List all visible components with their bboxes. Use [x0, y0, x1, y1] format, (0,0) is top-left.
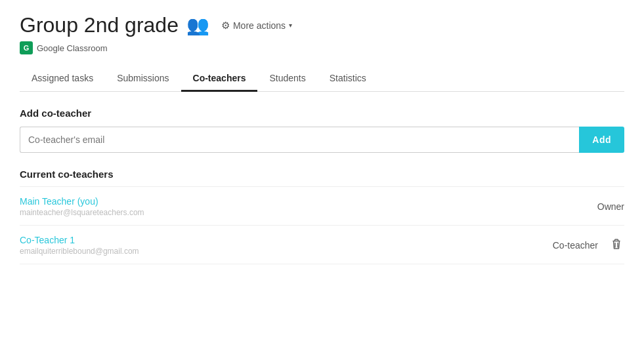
chevron-down-icon: ▾	[289, 22, 292, 29]
more-actions-label: More actions	[233, 20, 286, 31]
tab-co-teachers[interactable]: Co-teachers	[181, 66, 258, 92]
tabs-container: Assigned tasks Submissions Co-teachers S…	[20, 66, 624, 92]
add-coteacher-section: Add co-teacher Add	[20, 108, 624, 153]
more-actions-button[interactable]: ⚙ More actions ▾	[217, 17, 296, 34]
teacher-right: Owner	[597, 201, 624, 212]
gear-icon: ⚙	[221, 20, 230, 31]
teacher-name: Main Teacher (you)	[20, 196, 144, 207]
teacher-role: Co-teacher	[553, 240, 598, 251]
google-classroom-icon: G	[20, 41, 33, 54]
header-row: Group 2nd grade 👥 ⚙ More actions ▾	[20, 13, 624, 37]
teacher-info: Co-Teacher 1 emailquiterriblebound@gmail…	[20, 235, 139, 256]
tab-statistics[interactable]: Statistics	[318, 66, 378, 92]
add-coteacher-title: Add co-teacher	[20, 108, 624, 119]
teacher-email: mainteacher@lsquareteachers.com	[20, 208, 144, 217]
group-icon: 👥	[186, 14, 209, 36]
page-title: Group 2nd grade	[20, 13, 179, 37]
current-coteachers-section: Current co-teachers Main Teacher (you) m…	[20, 169, 624, 264]
add-coteacher-button[interactable]: Add	[579, 127, 624, 153]
teacher-right: Co-teacher	[553, 237, 624, 254]
teacher-row: Co-Teacher 1 emailquiterriblebound@gmail…	[20, 226, 624, 264]
teacher-row: Main Teacher (you) mainteacher@lsquarete…	[20, 187, 624, 226]
google-classroom-row: G Google Classroom	[20, 41, 624, 54]
tab-submissions[interactable]: Submissions	[105, 66, 181, 92]
teacher-list: Main Teacher (you) mainteacher@lsquarete…	[20, 187, 624, 264]
page-container: Group 2nd grade 👥 ⚙ More actions ▾ G Goo…	[0, 0, 644, 345]
teacher-role: Owner	[597, 201, 624, 212]
delete-coteacher-button[interactable]	[609, 237, 624, 254]
trash-icon	[611, 238, 622, 250]
teacher-info: Main Teacher (you) mainteacher@lsquarete…	[20, 196, 144, 217]
add-teacher-row: Add	[20, 127, 624, 153]
teacher-name: Co-Teacher 1	[20, 235, 139, 245]
tab-assigned-tasks[interactable]: Assigned tasks	[20, 66, 105, 92]
google-classroom-label: Google Classroom	[37, 43, 108, 53]
tab-students[interactable]: Students	[257, 66, 317, 92]
teacher-email: emailquiterriblebound@gmail.com	[20, 247, 139, 256]
current-coteachers-title: Current co-teachers	[20, 169, 624, 187]
coteacher-email-input[interactable]	[20, 127, 579, 153]
